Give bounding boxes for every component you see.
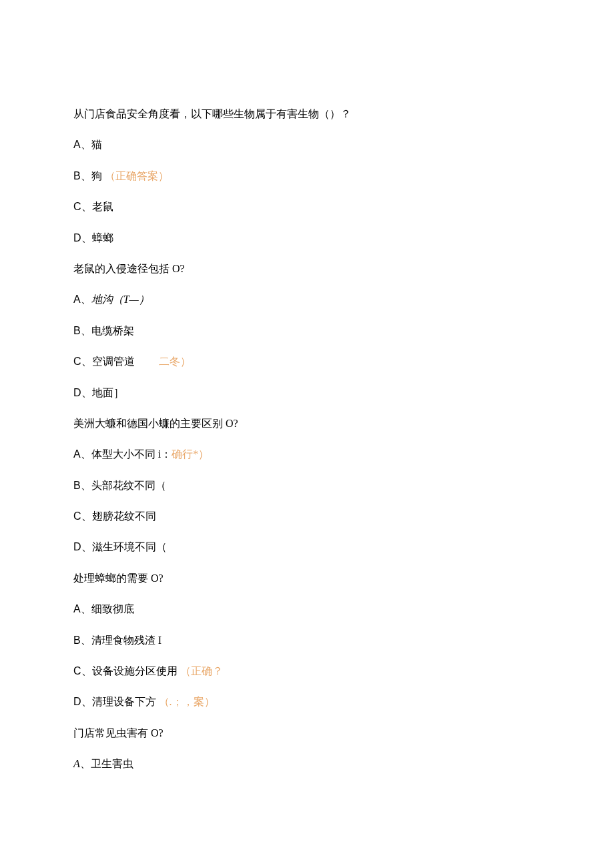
separator: 、	[80, 758, 91, 769]
option-letter: D	[73, 232, 81, 244]
option-letter: B	[73, 170, 81, 181]
option-letter: C	[73, 201, 81, 212]
answer-note: （正确？	[180, 665, 223, 677]
separator: 、	[81, 356, 92, 367]
answer-note: 确行*）	[172, 448, 209, 460]
question-2-text: 老鼠的入侵途径包括 O?	[73, 262, 541, 276]
q2-option-b: B、电缆桥架	[73, 324, 541, 338]
option-letter: A	[73, 294, 81, 305]
separator: 、	[81, 634, 91, 646]
option-letter: C	[73, 665, 81, 677]
option-text: 清理食物残渣 I	[91, 634, 162, 646]
q1-option-b: B、狗 （正确答案）	[73, 169, 541, 183]
option-text: 翅膀花纹不同	[92, 510, 156, 522]
separator: 、	[81, 294, 91, 305]
option-letter: A	[73, 758, 80, 769]
option-letter: C	[73, 356, 81, 367]
separator: 、	[81, 170, 91, 181]
option-letter: A	[73, 139, 81, 150]
option-text: 细致彻底	[91, 603, 134, 614]
separator: 、	[81, 603, 91, 614]
option-letter: D	[73, 387, 81, 398]
answer-note: （.；，案）	[159, 696, 215, 707]
q2-option-a: A、地沟（T—）	[73, 292, 541, 307]
option-text: 狗	[91, 170, 102, 181]
option-text: 地面］	[92, 387, 124, 398]
option-letter: D	[73, 696, 81, 707]
q1-option-c: C、老鼠	[73, 199, 541, 214]
option-text: 老鼠	[92, 201, 113, 212]
option-text: 体型大小不同 i：	[91, 448, 172, 460]
option-text: 猫	[91, 139, 102, 150]
option-text: 空调管道	[92, 356, 135, 367]
q2-option-c: C、空调管道二冬）	[73, 354, 541, 369]
q3-option-c: C、翅膀花纹不同	[73, 509, 541, 524]
q4-option-d: D、清理设备下方 （.；，案）	[73, 695, 541, 709]
option-text: 设备设施分区使用	[92, 665, 178, 677]
option-text: 卫生害虫	[91, 758, 133, 769]
q3-option-a: A、体型大小不同 i：确行*）	[73, 447, 541, 462]
option-text: 地沟（T—）	[91, 294, 149, 305]
q1-option-a: A、猫	[73, 137, 541, 152]
q4-option-a: A、细致彻底	[73, 602, 541, 616]
q1-option-d: D、蟑螂	[73, 231, 541, 246]
separator: 、	[81, 696, 92, 707]
option-letter: A	[73, 603, 81, 614]
q4-option-b: B、清理食物残渣 I	[73, 633, 541, 648]
question-4-text: 处理蟑螂的需要 O?	[73, 571, 541, 586]
option-text: 头部花纹不同（	[91, 480, 166, 491]
option-letter: A	[73, 448, 81, 460]
separator: 、	[81, 232, 92, 244]
q2-option-d: D、地面］	[73, 386, 541, 400]
question-5-text: 门店常见虫害有 O?	[73, 726, 541, 741]
answer-note: 二冬）	[159, 356, 191, 367]
separator: 、	[81, 541, 92, 552]
separator: 、	[81, 448, 91, 460]
option-text: 电缆桥架	[91, 325, 134, 336]
option-letter: B	[73, 480, 81, 491]
separator: 、	[81, 510, 92, 522]
q3-option-d: D、滋生环境不同（	[73, 540, 541, 554]
document-page: 从门店食品安全角度看，以下哪些生物属于有害生物（）？ A、猫 B、狗 （正确答案…	[0, 0, 614, 855]
option-letter: C	[73, 510, 81, 522]
separator: 、	[81, 480, 91, 491]
question-3-text: 美洲大蠊和德国小蠊的主要区别 O?	[73, 416, 541, 431]
answer-note: （正确答案）	[105, 170, 169, 181]
option-text: 清理设备下方	[92, 696, 156, 707]
q4-option-c: C、设备设施分区使用 （正确？	[73, 664, 541, 679]
option-text: 滋生环境不同（	[92, 541, 167, 552]
separator: 、	[81, 665, 92, 677]
option-letter: D	[73, 541, 81, 552]
option-text: 蟑螂	[92, 232, 113, 244]
separator: 、	[81, 387, 92, 398]
option-letter: B	[73, 634, 81, 646]
separator: 、	[81, 139, 91, 150]
separator: 、	[81, 325, 91, 336]
q5-option-a: A、卫生害虫	[73, 757, 541, 771]
q3-option-b: B、头部花纹不同（	[73, 478, 541, 493]
separator: 、	[81, 201, 92, 212]
question-1-text: 从门店食品安全角度看，以下哪些生物属于有害生物（）？	[73, 107, 541, 121]
option-letter: B	[73, 325, 81, 336]
